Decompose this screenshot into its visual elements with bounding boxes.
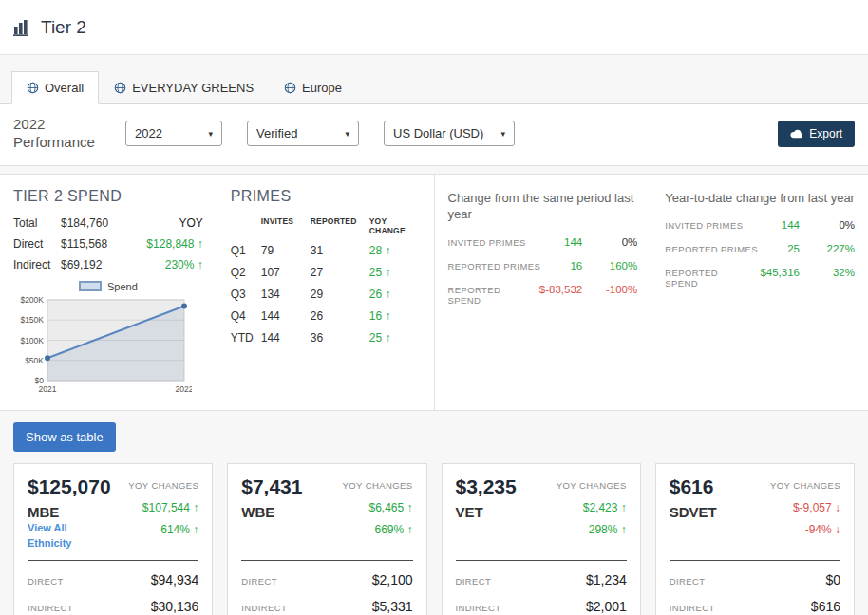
tier2-spend-summary: Total $184,760 YOY Direct $115,568 $128,… xyxy=(13,216,203,271)
yoy-header: YOY xyxy=(108,216,203,230)
export-button[interactable]: Export xyxy=(778,121,855,147)
change-value: $-83,532 xyxy=(539,284,582,295)
change-row: REPORTED PRIMES 25 227% xyxy=(665,243,855,254)
yoy-percent: -94% ↓ xyxy=(770,523,840,536)
show-as-table-button[interactable]: Show as table xyxy=(13,422,116,452)
view-all-ethnicity-link[interactable]: View All Ethnicity xyxy=(28,520,86,551)
svg-text:$50K: $50K xyxy=(25,355,44,364)
change-value: 144 xyxy=(782,219,800,231)
yoy-changes-label: YOY CHANGES xyxy=(128,480,198,491)
tab-overall[interactable]: Overall xyxy=(11,71,99,104)
wbe-card: $7,431 WBE YOY CHANGES $6,465 ↑ 669% ↑ D… xyxy=(227,463,426,615)
indirect-label: INDIRECT xyxy=(456,603,501,613)
vet-card: $3,235 VET YOY CHANGES $2,423 ↑ 298% ↑ D… xyxy=(442,463,641,615)
yoy-change-value: 28 ↑ xyxy=(369,244,421,257)
direct-row: DIRECT $94,934 xyxy=(28,572,198,587)
chevron-down-icon: ▾ xyxy=(345,129,349,139)
direct-label: DIRECT xyxy=(241,576,277,587)
card-amount: $3,235 xyxy=(456,475,549,498)
change-value: 144 xyxy=(564,236,582,248)
globe-icon xyxy=(27,82,39,94)
indirect-label: Indirect xyxy=(13,258,61,271)
row-label: Q1 xyxy=(231,244,261,257)
yoy-change-value: 16 ↑ xyxy=(369,309,421,323)
change-row: REPORTED SPEND $-83,532 -100% xyxy=(448,284,638,306)
divider xyxy=(241,560,412,561)
direct-value: $1,234 xyxy=(586,572,627,587)
change-row: REPORTED PRIMES 16 160% xyxy=(448,260,638,271)
tab-label: Europe xyxy=(302,81,342,95)
yoy-amount: $107,544 ↑ xyxy=(128,501,198,514)
ytd-change-panel: Year-to-date change from last year INVIT… xyxy=(651,175,868,410)
direct-value: $2,100 xyxy=(372,572,413,587)
yoy-percent: 298% ↑ xyxy=(557,523,627,536)
legend-label: Spend xyxy=(107,281,138,292)
yoy-changes-label: YOY CHANGES xyxy=(557,480,627,491)
card-code: MBE View All Ethnicity xyxy=(28,504,121,551)
direct-value: $94,934 xyxy=(151,572,199,587)
yoy-change-value: 25 ↑ xyxy=(369,266,421,279)
currency-select[interactable]: US Dollar (USD) ▾ xyxy=(384,121,515,146)
direct-label: Direct xyxy=(13,237,61,251)
chevron-down-icon: ▾ xyxy=(500,129,505,139)
divider xyxy=(456,560,627,561)
indirect-value: $616 xyxy=(811,599,840,614)
reported-value: 29 xyxy=(311,288,369,301)
direct-yoy-value: $128,848 ↑ xyxy=(108,237,203,251)
chart-legend: Spend xyxy=(13,281,203,292)
change-percent: 160% xyxy=(594,260,637,271)
direct-label: DIRECT xyxy=(456,576,492,587)
year-select[interactable]: 2022 ▾ xyxy=(125,121,222,146)
yoy-percent: 614% ↑ xyxy=(128,523,198,536)
yoy-changes-label: YOY CHANGES xyxy=(343,480,413,491)
indirect-row: INDIRECT $30,136 xyxy=(28,599,198,614)
card-amount: $616 xyxy=(670,475,763,498)
indirect-label: INDIRECT xyxy=(241,603,287,613)
performance-title: 2022 Performance xyxy=(13,116,101,152)
direct-row: DIRECT $2,100 xyxy=(241,572,412,587)
mbe-card: $125,070 MBE View All Ethnicity YOY CHAN… xyxy=(13,463,213,615)
invites-value: 107 xyxy=(261,266,311,279)
yoy-amount: $2,423 ↑ xyxy=(557,501,627,514)
row-label: Q3 xyxy=(231,288,261,301)
tab-everyday-greens[interactable]: EVERYDAY GREENS xyxy=(99,71,269,104)
direct-row: DIRECT $1,234 xyxy=(456,572,627,587)
yoy-change-value: 25 ↑ xyxy=(369,331,421,345)
status-select[interactable]: Verified ▾ xyxy=(247,121,359,146)
reported-value: 26 xyxy=(311,309,369,323)
sdvet-card: $616 SDVET YOY CHANGES $-9,057 ↓ -94% ↓ … xyxy=(655,463,855,615)
change-value: 25 xyxy=(787,243,800,254)
row-label: REPORTED SPEND xyxy=(448,285,528,306)
spend-line-chart: $0$50K$100K$150K$200K20212022 xyxy=(13,294,203,399)
indirect-yoy-value: 230% ↑ xyxy=(108,258,203,271)
change-value: 16 xyxy=(570,260,582,271)
tab-label: Overall xyxy=(45,81,84,95)
primes-panel: PRIMES INVITES REPORTED YOY CHANGE Q1 79… xyxy=(217,175,435,410)
row-label: REPORTED PRIMES xyxy=(665,244,776,254)
yoy-amount: $-9,057 ↓ xyxy=(770,501,840,514)
card-amount: $7,431 xyxy=(241,475,334,498)
col-header-reported: REPORTED xyxy=(311,216,369,226)
row-label: REPORTED SPEND xyxy=(665,268,748,289)
change-percent: 0% xyxy=(594,236,637,248)
col-header-yoy-change: YOY CHANGE xyxy=(369,216,421,235)
tier2-spend-panel: TIER 2 SPEND Total $184,760 YOY Direct $… xyxy=(0,175,217,410)
row-label: Q4 xyxy=(231,309,261,323)
indirect-row: INDIRECT $2,001 xyxy=(456,599,627,614)
change-percent: 32% xyxy=(811,267,855,278)
indirect-row: INDIRECT $5,331 xyxy=(241,599,412,614)
direct-row: DIRECT $0 xyxy=(670,572,840,587)
tab-europe[interactable]: Europe xyxy=(269,71,357,104)
svg-text:$100K: $100K xyxy=(20,335,44,345)
row-label: REPORTED PRIMES xyxy=(448,261,559,271)
svg-text:$150K: $150K xyxy=(20,315,44,325)
invites-value: 134 xyxy=(261,288,311,301)
app-header: Tier 2 xyxy=(0,0,868,55)
table-button-row: Show as table xyxy=(0,411,868,463)
row-label: Q2 xyxy=(231,266,261,279)
direct-label: DIRECT xyxy=(670,576,706,587)
direct-value: $0 xyxy=(825,572,840,587)
invites-value: 79 xyxy=(261,244,311,257)
divider xyxy=(28,560,198,561)
globe-icon xyxy=(284,82,296,94)
